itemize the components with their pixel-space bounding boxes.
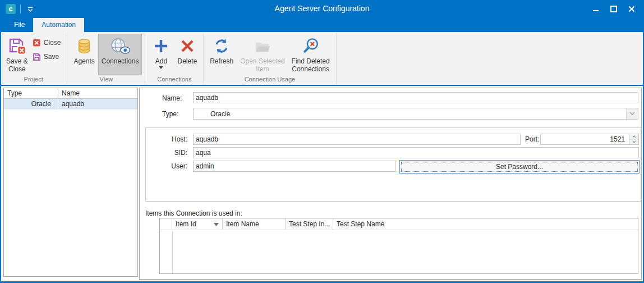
type-combo-value: Oracle — [210, 110, 230, 118]
host-input[interactable] — [193, 134, 521, 145]
type-combo[interactable]: Oracle — [193, 108, 638, 120]
open-selected-item-button[interactable]: Open Selected Item — [237, 34, 288, 75]
agents-button[interactable]: Agents — [70, 34, 98, 75]
type-label: Type: — [162, 110, 178, 118]
name-label: Name: — [162, 94, 182, 102]
titlebar: c Agent Server Configuration — [0, 0, 644, 18]
port-spin-down-button[interactable] — [629, 140, 638, 145]
refresh-label: Refresh — [210, 57, 233, 65]
refresh-button[interactable]: Refresh — [206, 34, 237, 75]
save-and-close-icon — [8, 36, 26, 56]
save-icon — [33, 53, 41, 61]
delete-icon — [180, 36, 195, 56]
column-header-type[interactable]: Type — [4, 88, 58, 98]
ribbon-group-view: Agents Connections View — [67, 32, 145, 85]
content-area: Type Name Oracle aquadb Name: Type: Orac… — [1, 86, 643, 281]
add-connection-button[interactable]: Add — [148, 34, 174, 75]
column-header-test-step-name[interactable]: Test Step Name — [333, 218, 638, 230]
close-project-label: Close — [44, 39, 61, 47]
close-project-button[interactable]: Close — [31, 37, 65, 48]
sid-input[interactable] — [193, 147, 639, 158]
tab-file[interactable]: File — [6, 18, 33, 32]
open-selected-item-icon — [254, 36, 272, 56]
port-label: Port: — [525, 135, 539, 143]
open-selected-item-label-line1: Open Selected — [240, 57, 284, 65]
add-dropdown-icon[interactable] — [159, 66, 163, 69]
project-group-label: Project — [1, 75, 66, 85]
maximize-button[interactable] — [605, 0, 623, 18]
delete-connection-button[interactable]: Delete — [174, 34, 200, 75]
column-header-item-id[interactable]: Item Id — [172, 218, 223, 230]
minimize-icon — [593, 6, 599, 12]
filter-dropdown-icon[interactable] — [214, 223, 219, 226]
add-icon — [154, 36, 168, 56]
connection-usage-group-label: Connection Usage — [205, 75, 334, 85]
agents-label: Agents — [73, 57, 94, 65]
connection-row-type: Oracle — [4, 99, 58, 109]
find-deleted-connections-button[interactable]: Find Deleted Connections — [288, 34, 333, 75]
host-label: Host: — [146, 135, 187, 143]
save-button[interactable]: Save — [31, 51, 65, 62]
find-deleted-label-line2: Connections — [292, 65, 330, 73]
refresh-icon — [213, 36, 230, 56]
window-title: Agent Server Configuration — [0, 4, 644, 13]
usage-section-label: Items this Connection is used in: — [145, 209, 242, 217]
ribbon-group-connections: Add Delete Connections — [145, 32, 204, 85]
minimize-button[interactable] — [587, 0, 605, 18]
connection-row-aquadb[interactable]: Oracle aquadb — [4, 99, 137, 109]
connection-row-name: aquadb — [58, 99, 137, 109]
row-indicator-column-header — [160, 218, 172, 230]
connections-view-label: Connections — [102, 57, 139, 65]
find-deleted-connections-icon — [302, 36, 319, 56]
connection-list-panel: Type Name Oracle aquadb — [3, 88, 138, 277]
column-header-name[interactable]: Name — [58, 88, 137, 98]
add-label: Add — [155, 57, 167, 65]
ribbon-group-connection-usage: Refresh Open Selected Item — [204, 32, 336, 85]
close-icon — [628, 6, 635, 12]
column-header-test-step-in[interactable]: Test Step In... — [286, 218, 333, 230]
window-controls — [587, 0, 641, 18]
spin-up-icon — [632, 135, 636, 138]
connection-detail-panel: Name: Type: Oracle Host: Port: — [139, 88, 642, 280]
connection-settings-groupbox: Host: Port: SID: User: Set Password... — [145, 127, 641, 202]
user-input[interactable] — [193, 161, 396, 172]
name-input[interactable] — [193, 92, 638, 103]
save-and-close-button[interactable]: Save & Close — [3, 34, 31, 75]
item-id-header-label: Item Id — [176, 220, 196, 228]
ribbon: Save & Close Close — [0, 32, 644, 86]
sid-label: SID: — [146, 149, 187, 157]
agent-server-configuration-window: c Agent Server Configuration File Automa… — [0, 0, 644, 283]
ribbon-tab-row: File Automation — [0, 18, 644, 32]
maximize-icon — [610, 6, 617, 12]
ribbon-group-project: Save & Close Close — [0, 32, 67, 85]
connections-view-button[interactable]: Connections — [98, 34, 142, 75]
user-label: User: — [146, 162, 187, 170]
port-spin-up-button[interactable] — [629, 134, 638, 140]
save-label: Save — [44, 53, 59, 61]
port-input[interactable] — [540, 134, 639, 145]
usage-table-body — [160, 230, 638, 273]
usage-table: Item Id Item Name Test Step In... Test S… — [159, 218, 638, 274]
column-header-item-name[interactable]: Item Name — [223, 218, 286, 230]
connections-globe-icon — [110, 36, 131, 56]
save-and-close-label-line1: Save & — [6, 57, 28, 65]
view-group-label: View — [68, 75, 144, 85]
type-combo-dropdown-button[interactable] — [626, 108, 638, 119]
delete-label: Delete — [177, 57, 197, 65]
save-and-close-label-line2: Close — [6, 65, 28, 73]
port-spinner — [629, 134, 638, 144]
tab-automation[interactable]: Automation — [33, 18, 84, 32]
set-password-button[interactable]: Set Password... — [399, 160, 640, 174]
connections-group-label: Connections — [146, 75, 202, 85]
close-project-icon — [33, 39, 41, 47]
chevron-down-icon — [629, 112, 635, 116]
spin-down-icon — [632, 140, 636, 143]
open-selected-item-label-line2: Item — [240, 65, 284, 73]
close-window-button[interactable] — [623, 0, 641, 18]
find-deleted-label-line1: Find Deleted — [292, 57, 330, 65]
agents-icon — [76, 36, 93, 56]
